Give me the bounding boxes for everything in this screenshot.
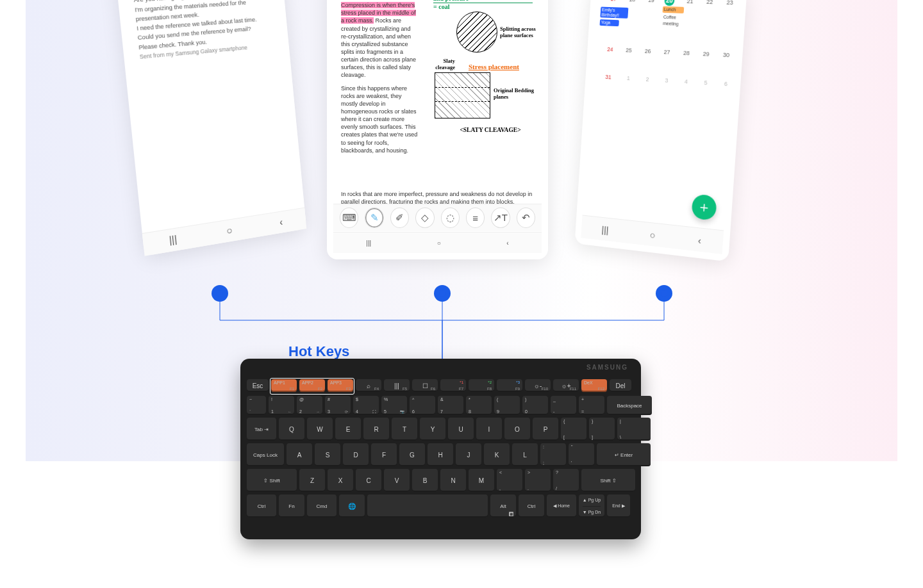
- calendar-event[interactable]: meeting: [661, 20, 680, 28]
- calendar-event[interactable]: Emily's Birthday!!: [600, 7, 628, 19]
- key-f4[interactable]: ⌕F4: [356, 379, 381, 392]
- key-dex[interactable]: DeXF12: [581, 379, 607, 392]
- key-0[interactable]: )0: [522, 396, 548, 415]
- key-z[interactable]: Z: [299, 469, 325, 492]
- key-x[interactable]: X: [328, 469, 353, 492]
- align-tool-icon[interactable]: ≡: [466, 208, 485, 228]
- recents-icon[interactable]: |||: [366, 240, 371, 247]
- key-bt3[interactable]: *3F9: [497, 379, 522, 392]
- key-app1[interactable]: APP1F1: [271, 379, 297, 392]
- key-grave[interactable]: ~`: [247, 396, 266, 415]
- key-u[interactable]: U: [448, 418, 474, 441]
- eraser-tool-icon[interactable]: ◇: [415, 208, 434, 228]
- calendar-event[interactable]: Lunch: [662, 6, 684, 13]
- key-h[interactable]: H: [428, 443, 453, 466]
- key-tab[interactable]: Tab ⇥: [247, 418, 276, 441]
- key-e[interactable]: E: [335, 418, 361, 441]
- key-bright-up[interactable]: ☼+F11: [553, 379, 579, 392]
- key-alt-r[interactable]: Alt🔳: [490, 494, 516, 518]
- key-enter[interactable]: ↵ Enter: [597, 443, 651, 466]
- calendar-date[interactable]: 5: [688, 78, 710, 107]
- key-period[interactable]: >.: [525, 469, 551, 492]
- calendar-event[interactable]: Yoga: [599, 19, 619, 26]
- key-backspace[interactable]: Backspace: [607, 396, 652, 415]
- key-6[interactable]: ^6: [410, 396, 435, 415]
- add-event-fab[interactable]: ＋: [691, 193, 717, 220]
- calendar-date[interactable]: 26: [633, 46, 654, 75]
- key-j[interactable]: J: [456, 443, 481, 466]
- calendar-event[interactable]: Coffee: [662, 14, 678, 21]
- key-minus[interactable]: _-: [551, 396, 576, 415]
- key-backslash[interactable]: |\: [617, 418, 651, 441]
- key-p[interactable]: P: [533, 418, 558, 441]
- key-3[interactable]: #3⟳: [325, 396, 351, 415]
- key-9[interactable]: (9: [494, 396, 520, 415]
- key-m[interactable]: M: [469, 469, 494, 492]
- key-bt1[interactable]: *1F7: [440, 379, 466, 392]
- key-r[interactable]: R: [363, 418, 389, 441]
- key-esc[interactable]: Esc: [247, 379, 269, 392]
- key-q[interactable]: Q: [279, 418, 304, 441]
- recents-icon[interactable]: |||: [601, 224, 609, 235]
- key-y[interactable]: Y: [420, 418, 445, 441]
- key-s[interactable]: S: [315, 443, 340, 466]
- keyboard-tool-icon[interactable]: ⌨: [340, 208, 358, 228]
- calendar-date[interactable]: 6: [708, 78, 730, 108]
- key-lang[interactable]: 🌐: [339, 494, 365, 518]
- key-n[interactable]: N: [440, 469, 466, 492]
- key-fn[interactable]: Fn: [279, 494, 304, 518]
- key-comma[interactable]: <,: [497, 469, 522, 492]
- calendar-date[interactable]: 27: [652, 47, 673, 76]
- home-icon[interactable]: ○: [437, 240, 441, 247]
- key-8[interactable]: *8: [466, 396, 492, 415]
- back-icon[interactable]: ‹: [506, 240, 508, 247]
- key-w[interactable]: W: [307, 418, 333, 441]
- key-f5[interactable]: |||F5: [384, 379, 410, 392]
- key-t[interactable]: T: [392, 418, 417, 441]
- calendar-date[interactable]: 3: [650, 75, 671, 104]
- key-f[interactable]: F: [371, 443, 397, 466]
- calendar-date[interactable]: 24: [595, 44, 616, 73]
- calendar-date[interactable]: 29: [690, 49, 712, 78]
- key-equal[interactable]: +=: [579, 396, 604, 415]
- back-icon[interactable]: ‹: [697, 234, 701, 246]
- key-1[interactable]: !1←: [269, 396, 294, 415]
- key-v[interactable]: V: [384, 469, 410, 492]
- key-space[interactable]: [367, 494, 488, 518]
- key-app3[interactable]: APP3F3: [328, 379, 353, 392]
- key-7[interactable]: &7: [438, 396, 463, 415]
- calendar-date[interactable]: 28: [671, 48, 693, 78]
- calendar-date[interactable]: 23: [712, 0, 736, 51]
- undo-tool-icon[interactable]: ↶: [517, 208, 535, 228]
- calendar-date[interactable]: 31: [594, 72, 614, 101]
- key-k[interactable]: K: [484, 443, 510, 466]
- key-semicolon[interactable]: :;: [540, 443, 566, 466]
- pen-tool-icon[interactable]: ✎: [365, 208, 383, 228]
- key-shift-r[interactable]: Shift ⇧: [581, 469, 635, 492]
- key-g[interactable]: G: [399, 443, 425, 466]
- key-i[interactable]: I: [476, 418, 502, 441]
- key-ctrl-r[interactable]: Ctrl: [519, 494, 544, 518]
- key-home[interactable]: ◀ Home: [547, 494, 576, 518]
- key-rbracket[interactable]: }]: [589, 418, 615, 441]
- calendar-date[interactable]: 4: [669, 76, 690, 106]
- key-slash[interactable]: ?/: [553, 469, 579, 492]
- key-2[interactable]: @2→: [297, 396, 322, 415]
- calendar-date[interactable]: 1: [612, 73, 633, 102]
- key-cmd[interactable]: Cmd: [307, 494, 337, 518]
- lasso-tool-icon[interactable]: ◌: [441, 208, 460, 228]
- key-app2[interactable]: APP2F2: [299, 379, 325, 392]
- calendar-date[interactable]: 30: [710, 50, 732, 80]
- key-b[interactable]: B: [412, 469, 438, 492]
- key-5[interactable]: %5📷: [381, 396, 407, 415]
- key-l[interactable]: L: [512, 443, 538, 466]
- key-f6[interactable]: ☐F6: [412, 379, 438, 392]
- text-tool-icon[interactable]: ↗T: [491, 208, 510, 228]
- key-a[interactable]: A: [287, 443, 312, 466]
- home-icon[interactable]: ○: [649, 229, 656, 241]
- calendar-date[interactable]: 25: [614, 45, 635, 74]
- key-4[interactable]: $4⛶: [353, 396, 379, 415]
- highlighter-tool-icon[interactable]: ✐: [390, 208, 409, 228]
- key-bright-down[interactable]: ☼-F10: [525, 379, 551, 392]
- key-capslock[interactable]: Caps Lock: [247, 443, 284, 466]
